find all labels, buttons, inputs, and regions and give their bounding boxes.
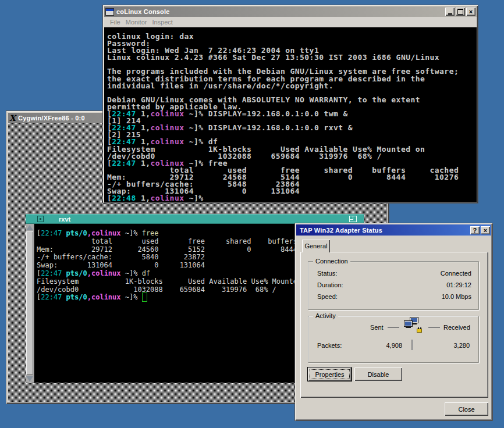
packets-separator xyxy=(411,340,413,350)
minimize-button[interactable] xyxy=(445,8,455,16)
duration-value: 01:29:12 xyxy=(446,281,471,288)
connection-group-label: Connection xyxy=(313,258,350,265)
packets-label: Packets: xyxy=(317,342,342,349)
properties-button[interactable]: Properties xyxy=(308,368,352,381)
colinux-titlebar[interactable]: coLinux Console × xyxy=(104,6,477,17)
desktop: { "colors": { "desktop": "#3a6ea5", "ina… xyxy=(0,0,504,428)
general-tab-panel: Connection Status: Connected Duration: 0… xyxy=(300,252,488,398)
network-computers-icon xyxy=(402,317,426,334)
speed-label: Speed: xyxy=(317,293,338,300)
received-dash xyxy=(428,327,440,328)
status-value: Connected xyxy=(441,270,471,277)
received-label: Received xyxy=(443,324,470,331)
minimize-icon xyxy=(448,13,452,15)
menu-item-file[interactable]: File xyxy=(110,19,120,26)
activity-group-label: Activity xyxy=(313,312,338,319)
activity-groupbox: Activity Sent Received Packets: 4,908 3,… xyxy=(308,316,479,363)
close-button-label: Close xyxy=(458,406,474,413)
disable-button-label: Disable xyxy=(368,371,389,378)
packets-sent-value: 4,908 xyxy=(386,342,402,349)
maximize-icon xyxy=(457,9,463,15)
help-button[interactable]: ? xyxy=(470,226,480,234)
twm-resize-icon[interactable] xyxy=(349,216,357,222)
maximize-button[interactable] xyxy=(456,8,465,16)
tap-adapter-status-dialog: TAP Win32 Adapter Status ? × General Con… xyxy=(294,223,493,421)
colinux-terminal[interactable]: colinux login: daxPassword:Last login: W… xyxy=(104,27,477,202)
sent-label: Sent xyxy=(370,324,384,331)
rxvt-title-text: rxvt xyxy=(59,216,70,223)
rxvt-scrollbar[interactable] xyxy=(26,224,34,383)
duration-label: Duration: xyxy=(317,281,343,288)
tab-general-label: General xyxy=(304,242,327,249)
colinux-console-window: coLinux Console × File Monitor Inspect c… xyxy=(102,5,478,204)
colinux-app-icon[interactable] xyxy=(105,8,114,16)
cygwin-title-text: Cygwin/XFree86 - 0:0 xyxy=(18,115,85,122)
status-label: Status: xyxy=(317,270,337,277)
colinux-terminal-output[interactable]: colinux login: daxPassword:Last login: W… xyxy=(104,27,477,202)
xfree86-logo-icon: X xyxy=(9,115,16,122)
properties-button-label: Properties xyxy=(315,371,344,378)
scrollbar-down-arrow-icon[interactable] xyxy=(26,376,33,381)
colinux-title-text: coLinux Console xyxy=(116,8,170,15)
disable-button[interactable]: Disable xyxy=(354,368,402,381)
twm-iconify-dot-icon xyxy=(40,218,41,220)
menu-item-monitor[interactable]: Monitor xyxy=(126,19,147,26)
menu-item-inspect[interactable]: Inspect xyxy=(152,19,172,26)
dialog-close-x-button[interactable]: × xyxy=(481,226,490,234)
scrollbar-up-arrow-icon[interactable] xyxy=(26,225,33,230)
scrollbar-thumb[interactable] xyxy=(26,231,33,374)
speed-value: 10.0 Mbps xyxy=(442,293,471,300)
tap-dialog-title-text: TAP Win32 Adapter Status xyxy=(300,227,382,234)
packets-received-value: 3,280 xyxy=(453,342,470,349)
connection-groupbox: Connection Status: Connected Duration: 0… xyxy=(308,261,479,310)
twm-iconify-button[interactable] xyxy=(37,216,44,222)
sent-dash xyxy=(388,327,399,328)
close-button[interactable]: × xyxy=(466,8,475,16)
tap-dialog-titlebar[interactable]: TAP Win32 Adapter Status ? × xyxy=(296,224,491,236)
colinux-menubar: File Monitor Inspect xyxy=(104,17,477,27)
close-button-dialog[interactable]: Close xyxy=(445,402,488,416)
tab-general[interactable]: General xyxy=(302,240,330,252)
